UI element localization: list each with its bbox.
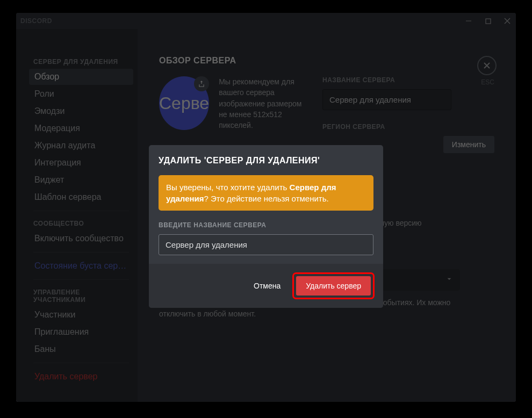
delete-server-modal: УДАЛИТЬ 'СЕРВЕР ДЛЯ УДАЛЕНИЯ' Вы уверены… bbox=[149, 145, 383, 308]
warning-pre: Вы уверены, что хотите удалить bbox=[166, 183, 290, 192]
warning-post: ? Это действие нельзя отменить. bbox=[204, 194, 329, 203]
modal-input-label: ВВЕДИТЕ НАЗВАНИЕ СЕРВЕРА bbox=[159, 221, 373, 229]
delete-server-button[interactable]: Удалить сервер bbox=[296, 276, 371, 296]
confirm-server-name-input[interactable] bbox=[159, 234, 373, 255]
delete-button-highlight: Удалить сервер bbox=[292, 272, 375, 299]
cancel-button[interactable]: Отмена bbox=[251, 277, 283, 294]
modal-title: УДАЛИТЬ 'СЕРВЕР ДЛЯ УДАЛЕНИЯ' bbox=[159, 156, 373, 165]
modal-overlay: УДАЛИТЬ 'СЕРВЕР ДЛЯ УДАЛЕНИЯ' Вы уверены… bbox=[16, 13, 516, 402]
modal-warning: Вы уверены, что хотите удалить Сервер дл… bbox=[159, 175, 373, 211]
